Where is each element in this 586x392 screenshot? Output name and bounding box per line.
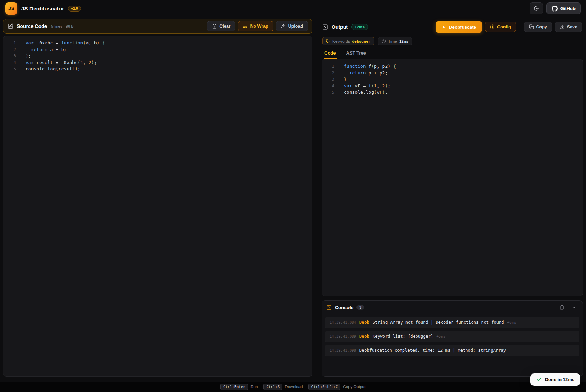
clear-button-label: Clear — [219, 24, 230, 29]
console-actions — [558, 304, 578, 312]
tab-ast-tree[interactable]: AST Tree — [346, 50, 367, 59]
deobfuscate-button-label: Deobfuscate — [449, 24, 476, 30]
kbd-keys: Ctrl+S — [263, 384, 282, 390]
log-tag: Deob — [359, 320, 369, 325]
collapse-console-button[interactable] — [570, 304, 578, 312]
github-icon — [552, 6, 558, 12]
log-message: String Array not found | Decoder functio… — [373, 320, 504, 325]
shortcut-hint: Ctrl+EnterRun — [220, 384, 258, 390]
console-entry: 14:39:41.089DeobKeyword list: [debugger]… — [325, 331, 579, 342]
header-actions: GitHub — [530, 2, 581, 14]
save-button[interactable]: Save — [555, 22, 582, 32]
source-toolbar: Source Code 5 lines · 96 B Clear No Wrap — [3, 19, 312, 34]
console-count-badge: 3 — [356, 305, 364, 310]
code-line: 3}; — [3, 53, 312, 59]
code-text: var _0xabc = function(a, b) { — [26, 40, 105, 47]
line-number: 1 — [322, 63, 339, 70]
code-line: 1function f(p, p2) { — [322, 63, 583, 70]
tag-icon — [326, 39, 330, 43]
time-chip: Time 12ms — [378, 37, 412, 45]
app-title: JS Deobfuscator — [21, 6, 64, 12]
code-text: console.log(vF); — [344, 89, 388, 96]
code-line: 2 return a + b; — [3, 47, 312, 53]
log-message: Keyword list: [debugger] — [373, 334, 433, 339]
output-time-badge: 12ms — [351, 24, 368, 30]
line-number: 2 — [322, 70, 339, 77]
log-timestamp: 14:39:41.084 — [330, 320, 356, 325]
output-tabs: Code AST Tree — [322, 50, 583, 59]
time-chip-label: Time — [388, 39, 397, 43]
theme-toggle-button[interactable] — [530, 2, 543, 14]
code-text: } — [344, 76, 347, 83]
trash-icon — [559, 305, 564, 310]
code-line: 3} — [322, 76, 583, 83]
github-button[interactable]: GitHub — [546, 2, 581, 14]
log-delta: +5ms — [436, 334, 446, 339]
save-button-label: Save — [567, 24, 577, 29]
clear-console-button[interactable] — [558, 304, 566, 311]
output-panel: Output 12ms Deobfuscate Config — [322, 19, 583, 377]
code-text: console.log(result); — [26, 66, 80, 72]
source-panel: Source Code 5 lines · 96 B Clear No Wrap — [3, 19, 312, 377]
version-badge: v1.0 — [68, 6, 81, 12]
log-timestamp: 14:39:41.089 — [330, 334, 356, 338]
console-terminal-icon — [326, 305, 332, 310]
log-timestamp: 14:39:41.098 — [330, 348, 356, 352]
panel-resizer[interactable] — [317, 19, 317, 377]
upload-button[interactable]: Upload — [276, 21, 308, 31]
kbd-keys: Ctrl+Shift+C — [308, 384, 340, 390]
github-button-label: GitHub — [560, 6, 576, 11]
moon-icon — [534, 6, 539, 11]
line-number: 2 — [3, 47, 21, 53]
source-toolbar-actions: Clear No Wrap Upload — [207, 21, 308, 31]
code-text: return p + p2; — [344, 70, 388, 77]
code-text: }; — [26, 53, 31, 59]
code-text: var result = _0xabc(1, 2); — [26, 59, 97, 66]
trash-icon — [212, 24, 217, 29]
keywords-chip: Keywords debugger — [322, 37, 374, 45]
console-entry: 14:39:41.098Deobfuscation completed, tim… — [325, 345, 579, 356]
line-number: 5 — [3, 66, 21, 72]
log-message: Deobfuscation completed, time: 12 ms | M… — [359, 348, 506, 353]
console-entry: 14:39:41.084DeobString Array not found |… — [325, 317, 579, 328]
console-log-list: 14:39:41.084DeobString Array not found |… — [322, 314, 583, 376]
no-wrap-button[interactable]: No Wrap — [238, 21, 273, 31]
app-logo-text: JS — [8, 6, 14, 11]
status-bar: Ctrl+EnterRunCtrl+SDownloadCtrl+Shift+CC… — [0, 382, 586, 392]
output-code[interactable]: 1function f(p, p2) {2 return p + p2;3}4v… — [322, 59, 583, 296]
play-icon — [442, 25, 446, 29]
line-number: 1 — [3, 40, 21, 47]
save-icon — [560, 24, 565, 29]
log-delta: +0ms — [507, 320, 516, 325]
output-title: Output — [332, 24, 348, 30]
toolbar-divider — [520, 23, 520, 30]
output-toolbar: Output 12ms Deobfuscate Config — [322, 19, 583, 35]
config-button[interactable]: Config — [485, 22, 516, 32]
clock-icon — [382, 39, 386, 43]
line-number: 3 — [322, 76, 339, 83]
code-line: 5console.log(result); — [3, 66, 312, 72]
tab-code[interactable]: Code — [324, 50, 337, 59]
app-header: JS JS Deobfuscator v1.0 GitHub — [0, 0, 586, 17]
shortcut-label: Download — [285, 385, 303, 389]
code-line: 1var _0xabc = function(a, b) { — [3, 40, 312, 47]
code-line: 2 return p + p2; — [322, 70, 583, 77]
code-line: 4var result = _0xabc(1, 2); — [3, 59, 312, 66]
source-editor[interactable]: 1var _0xabc = function(a, b) {2 return a… — [3, 36, 312, 377]
code-text: var vF = f(1, 2); — [344, 83, 390, 90]
copy-button[interactable]: Copy — [524, 22, 552, 32]
keywords-chip-value: debugger — [352, 39, 371, 44]
clear-button[interactable]: Clear — [207, 21, 235, 31]
code-text: function f(p, p2) { — [344, 63, 396, 70]
copy-icon — [529, 24, 534, 29]
output-toolbar-actions: Deobfuscate Config Copy — [436, 21, 582, 33]
shortcut-hint: Ctrl+SDownload — [263, 384, 303, 390]
console-panel: Console 3 14:39:41.084DeobString Ar — [322, 300, 583, 377]
console-header: Console 3 — [322, 301, 583, 314]
output-meta-chips: Keywords debugger Time 12ms — [322, 37, 583, 45]
no-wrap-button-label: No Wrap — [250, 24, 268, 29]
app-logo: JS — [5, 2, 17, 15]
line-number: 4 — [322, 83, 339, 90]
shortcut-hints: Ctrl+EnterRunCtrl+SDownloadCtrl+Shift+CC… — [220, 384, 366, 390]
deobfuscate-button[interactable]: Deobfuscate — [436, 21, 482, 33]
